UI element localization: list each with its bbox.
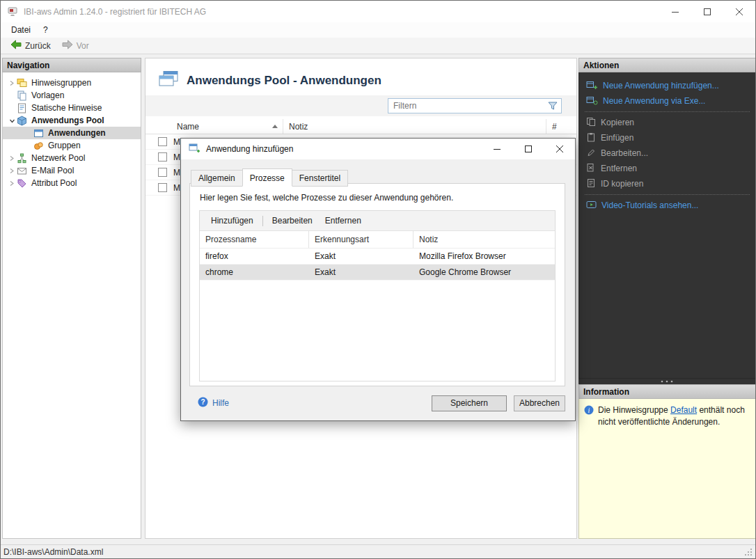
- back-label: Zurück: [25, 41, 51, 51]
- nav-item-vorlagen[interactable]: Vorlagen: [3, 89, 141, 102]
- applications-icon: [33, 128, 45, 139]
- window-controls: [659, 1, 755, 22]
- action-label: Neue Anwendung via Exe...: [603, 96, 705, 106]
- action-id-kopieren: ID kopieren: [579, 176, 755, 191]
- email-pool-icon: [17, 166, 29, 176]
- process-name-cell: chrome: [200, 265, 309, 280]
- action-label: Bearbeiten...: [601, 148, 648, 158]
- video-tutorials-icon: [586, 200, 597, 212]
- column-header-notiz[interactable]: Notiz: [414, 231, 555, 248]
- dialog-minimize-button[interactable]: [481, 139, 512, 159]
- filter-icon[interactable]: [544, 101, 561, 111]
- nav-item-anwendungs-pool[interactable]: Anwendungs Pool: [3, 114, 141, 127]
- title-bar: IBI-aws Admin 1.24.0 - registriert für I…: [1, 1, 755, 22]
- forward-arrow-icon: [62, 40, 73, 52]
- row-label: M: [173, 183, 180, 193]
- close-button[interactable]: [723, 1, 755, 22]
- information-header: Information: [578, 384, 756, 399]
- action-new-application-via-exe[interactable]: Neue Anwendung via Exe...: [579, 93, 755, 109]
- minimize-button[interactable]: [659, 1, 691, 22]
- row-checkbox[interactable]: [158, 137, 167, 146]
- svg-text:i: i: [588, 407, 590, 414]
- process-remove-button[interactable]: Entfernen: [320, 214, 367, 228]
- cancel-button[interactable]: Abbrechen: [514, 395, 565, 411]
- delete-icon: [586, 163, 596, 175]
- navigation-tree: Hinweisgruppen Vorlagen Statische Hinwei…: [3, 72, 141, 189]
- process-toolbar: Hinzufügen Bearbeiten Entfernen: [200, 211, 555, 231]
- application-pool-icon: [17, 116, 29, 126]
- back-button[interactable]: Zurück: [6, 38, 55, 53]
- toolbar-separator: [262, 216, 263, 226]
- panel-splitter[interactable]: [578, 379, 756, 384]
- note-cell: Google Chrome Browser: [414, 265, 555, 280]
- process-add-button[interactable]: Hinzufügen: [205, 214, 259, 228]
- row-checkbox[interactable]: [158, 183, 167, 192]
- action-label: Neue Anwendung hinzufügen...: [603, 81, 719, 90]
- row-checkbox[interactable]: [158, 152, 167, 162]
- action-entfernen: Entfernen: [579, 161, 755, 176]
- action-new-application[interactable]: Neue Anwendung hinzufügen...: [579, 78, 755, 93]
- tab-prozesse[interactable]: Prozesse: [242, 168, 292, 187]
- row-label: M: [173, 168, 180, 178]
- network-pool-icon: [17, 153, 29, 164]
- process-row-firefox[interactable]: firefox Exakt Mozilla Firefox Browser: [200, 249, 555, 265]
- tab-allgemein[interactable]: Allgemein: [191, 170, 243, 187]
- nav-item-label: Gruppen: [48, 141, 81, 150]
- chevron-right-icon[interactable]: [7, 80, 17, 86]
- row-label: M: [173, 152, 180, 162]
- help-label: Hilfe: [212, 398, 229, 408]
- nav-item-email-pool[interactable]: E-Mail Pool: [3, 164, 141, 177]
- row-checkbox[interactable]: [158, 168, 167, 177]
- nav-item-attribut-pool[interactable]: Attribut Pool: [3, 177, 141, 189]
- dialog-icon: [189, 143, 200, 155]
- nav-item-gruppen[interactable]: Gruppen: [3, 139, 141, 152]
- filter-input[interactable]: [388, 101, 544, 111]
- maximize-button[interactable]: [691, 1, 723, 22]
- resize-grip[interactable]: [744, 548, 753, 556]
- menu-datei[interactable]: Datei: [5, 24, 37, 36]
- nav-item-netzwerk-pool[interactable]: Netzwerk Pool: [3, 152, 141, 164]
- nav-item-label: Attribut Pool: [31, 178, 77, 188]
- nav-item-label: Statische Hinweise: [31, 103, 102, 113]
- chevron-down-icon[interactable]: [7, 118, 17, 124]
- chevron-right-icon[interactable]: [7, 180, 17, 187]
- menu-help[interactable]: ?: [37, 24, 54, 36]
- paste-icon: [586, 132, 596, 144]
- status-bar: D:\IBI-aws\Admin\Data.xml: [1, 544, 755, 558]
- nav-item-statische-hinweise[interactable]: Statische Hinweise: [3, 102, 141, 114]
- navigation-panel: Navigation Hinweisgruppen Vorlagen Stati…: [2, 58, 141, 539]
- column-header-count[interactable]: #: [546, 119, 576, 134]
- process-name-cell: firefox: [200, 249, 309, 264]
- actions-header: Aktionen: [578, 58, 756, 72]
- column-header-erkennungsart[interactable]: Erkennungsart: [309, 231, 414, 248]
- column-header-name[interactable]: Name: [145, 119, 283, 134]
- information-panel: i Die Hinweisgruppe Default enthält noch…: [578, 399, 756, 539]
- dialog-title: Anwendung hinzufügen: [206, 144, 293, 154]
- info-icon: i: [584, 405, 594, 415]
- info-text-before: Die Hinweisgruppe: [598, 405, 670, 415]
- column-header-prozessname[interactable]: Prozessname: [200, 231, 309, 248]
- row-label: M: [173, 137, 180, 147]
- chevron-right-icon[interactable]: [7, 168, 17, 174]
- save-button[interactable]: Speichern: [432, 395, 507, 411]
- nav-item-hinweisgruppen[interactable]: Hinweisgruppen: [3, 77, 141, 89]
- action-video-tutorials[interactable]: Video-Tutorials ansehen...: [579, 198, 755, 213]
- process-row-chrome[interactable]: chrome Exakt Google Chrome Browser: [200, 265, 555, 281]
- note-cell: Mozilla Firefox Browser: [414, 249, 555, 264]
- dialog-controls: [481, 139, 575, 159]
- dialog-maximize-button[interactable]: [512, 139, 544, 159]
- right-column: Aktionen Neue Anwendung hinzufügen... Ne…: [578, 58, 756, 539]
- dialog-close-button[interactable]: [544, 139, 575, 159]
- chevron-right-icon[interactable]: [7, 155, 17, 162]
- dialog-anwendung-hinzufuegen: Anwendung hinzufügen Allgemein Prozesse …: [180, 138, 576, 421]
- tab-fenstertitel[interactable]: Fenstertitel: [292, 170, 348, 187]
- process-edit-button[interactable]: Bearbeiten: [267, 214, 318, 228]
- default-group-link[interactable]: Default: [670, 405, 697, 415]
- actions-panel: Neue Anwendung hinzufügen... Neue Anwend…: [578, 72, 756, 379]
- copy-icon: [586, 117, 596, 129]
- dialog-description: Hier legen Sie fest, welche Prozesse zu …: [190, 184, 565, 210]
- column-header-notiz[interactable]: Notiz: [283, 119, 546, 134]
- menu-bar: Datei ?: [1, 22, 755, 38]
- help-link[interactable]: ? Hilfe: [198, 397, 229, 409]
- nav-item-anwendungen[interactable]: Anwendungen: [3, 127, 141, 139]
